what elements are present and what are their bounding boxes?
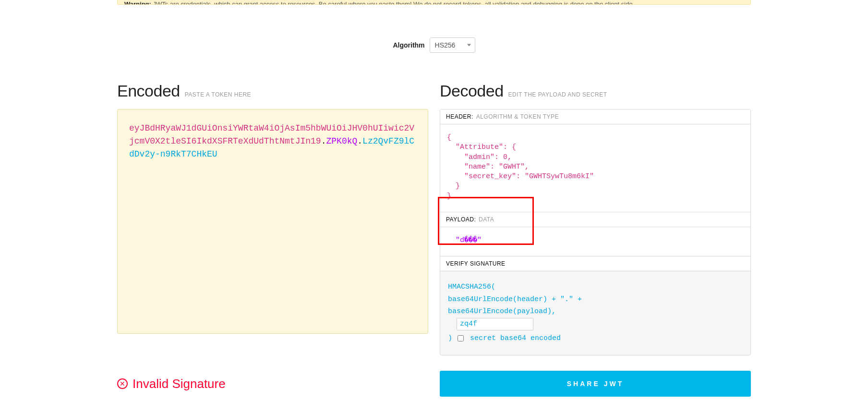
- token-dot: .: [357, 136, 362, 146]
- signature-label: VERIFY SIGNATURE: [446, 260, 506, 267]
- header-label: HEADER:: [446, 113, 473, 120]
- sig-line-2: base64UrlEncode(header) + "." +: [448, 293, 743, 306]
- payload-section-label: PAYLOAD: DATA: [440, 212, 750, 227]
- secret-input[interactable]: [457, 318, 533, 330]
- algorithm-label: Algorithm: [393, 41, 424, 49]
- token-dot: .: [321, 136, 326, 146]
- warning-text: JWTs are credentials, which can grant ac…: [153, 0, 634, 5]
- sig-close-paren: ): [448, 334, 452, 342]
- sig-line-3: base64UrlEncode(payload),: [448, 305, 743, 318]
- error-icon: ✕: [117, 378, 128, 389]
- share-jwt-button[interactable]: SHARE JWT: [440, 371, 751, 397]
- secret-base64-label: secret base64 encoded: [470, 334, 561, 342]
- signature-section-label: VERIFY SIGNATURE: [440, 256, 750, 271]
- decoded-hint: EDIT THE PAYLOAD AND SECRET: [508, 91, 607, 98]
- header-sublabel: ALGORITHM & TOKEN TYPE: [476, 113, 559, 120]
- signature-status: ✕ Invalid Signature: [117, 371, 428, 397]
- sig-line-1: HMACSHA256(: [448, 281, 743, 293]
- payload-json-editor[interactable]: "d���": [440, 227, 750, 256]
- header-json-editor[interactable]: { "Attribute": { "admin": 0, "name": "GW…: [440, 124, 750, 212]
- payload-label: PAYLOAD:: [446, 216, 476, 223]
- secret-base64-checkbox[interactable]: [458, 335, 464, 341]
- algorithm-select[interactable]: HS256: [430, 37, 475, 53]
- payload-sublabel: DATA: [479, 216, 494, 223]
- decoded-title: Decoded: [440, 82, 504, 100]
- encoded-title: Encoded: [117, 82, 180, 100]
- warning-label: Warning:: [124, 0, 151, 5]
- warning-banner: Warning: JWTs are credentials, which can…: [117, 0, 751, 5]
- status-text: Invalid Signature: [133, 377, 226, 391]
- decoded-panel: HEADER: ALGORITHM & TOKEN TYPE { "Attrib…: [440, 109, 751, 355]
- algorithm-selected: HS256: [435, 41, 456, 49]
- header-section-label: HEADER: ALGORITHM & TOKEN TYPE: [440, 109, 750, 124]
- encoded-hint: PASTE A TOKEN HERE: [185, 91, 251, 98]
- chevron-down-icon: [467, 44, 471, 47]
- algorithm-row: Algorithm HS256: [117, 37, 751, 53]
- signature-body: HMACSHA256( base64UrlEncode(header) + ".…: [440, 271, 750, 355]
- token-payload-part: ZPK0kQ: [326, 136, 357, 146]
- encoded-token-input[interactable]: eyJBdHRyaWJ1dGUiOnsiYWRtaW4iOjAsIm5hbWUi…: [117, 109, 428, 334]
